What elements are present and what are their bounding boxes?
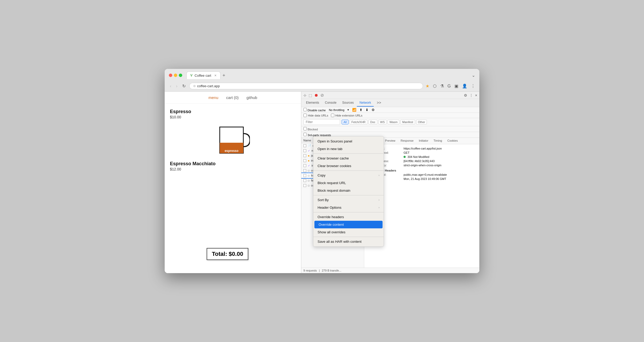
devtools-close-button[interactable]: × <box>475 93 477 97</box>
ctx-override-headers[interactable]: Override headers <box>313 213 384 221</box>
minimize-button[interactable] <box>174 74 177 77</box>
extension-icon[interactable]: ⬡ <box>433 84 437 89</box>
item-checkbox[interactable] <box>303 164 306 167</box>
new-tab-button[interactable]: + <box>223 73 226 78</box>
detail-tab-initiator[interactable]: Initiator <box>416 138 431 144</box>
item-checkbox[interactable] <box>303 184 306 187</box>
website-content: menu cart (0) github Espresso $10.00 <box>165 92 301 273</box>
item-checkbox[interactable] <box>303 169 306 172</box>
chip-wasm[interactable]: Wasm <box>388 120 399 124</box>
item-checkbox[interactable] <box>303 149 306 152</box>
title-bar: V Coffee cart × + ⌄ <box>165 69 479 81</box>
forward-button[interactable]: › <box>175 83 178 89</box>
chip-doc[interactable]: Doc <box>368 120 377 124</box>
chip-manifest[interactable]: Manifest <box>400 120 415 124</box>
nav-github-link[interactable]: github <box>246 95 257 100</box>
item-checkbox[interactable] <box>303 174 306 177</box>
hide-data-urls-checkbox[interactable]: Hide data URLs <box>303 114 328 117</box>
ctx-sort-arrow: › <box>379 198 379 201</box>
profile-icon[interactable]: 👤 <box>462 84 467 89</box>
file-icon: ✓ <box>308 164 310 167</box>
ctx-block-url[interactable]: Block request URL <box>313 179 384 187</box>
network-settings-icon[interactable]: ⚙ <box>372 108 375 112</box>
filter-input[interactable] <box>303 119 340 125</box>
file-icon: 📄 <box>308 144 311 147</box>
ctx-separator-1 <box>313 153 384 154</box>
detail-tab-cookies[interactable]: Cookies <box>445 138 460 144</box>
block-button[interactable]: ⊘ <box>320 93 324 98</box>
detail-remote-value: [64:ff9b::4b02:3c05]:443 <box>404 159 434 163</box>
item-checkbox[interactable] <box>303 179 306 182</box>
ctx-clear-cookies[interactable]: Clear browser cookies <box>313 162 384 170</box>
product1-name: Espresso <box>170 109 296 114</box>
ctx-separator-4 <box>313 212 384 212</box>
ctx-block-domain[interactable]: Block request domain <box>313 187 384 194</box>
ctx-header-arrow: › <box>379 206 379 209</box>
chip-fetch[interactable]: Fetch/XHR <box>350 120 367 124</box>
item-checkbox[interactable] <box>303 144 306 147</box>
google-icon[interactable]: G <box>448 84 451 89</box>
file-icon: ■ <box>308 154 309 157</box>
tab-elements[interactable]: Elements <box>303 99 322 107</box>
ctx-separator-3 <box>313 195 384 195</box>
device-mode-button[interactable]: ⬚ <box>309 93 312 97</box>
cache-control-value: public,max-age=0,must-revalidate <box>404 173 447 176</box>
throttle-arrow-icon[interactable]: ▾ <box>347 108 349 112</box>
ctx-open-sources[interactable]: Open in Sources panel <box>313 137 384 145</box>
ctx-header-options[interactable]: Header Options › <box>313 204 384 211</box>
record-button[interactable]: ⏺ <box>314 93 318 98</box>
detail-tab-response[interactable]: Response <box>398 138 416 144</box>
devtools-tabs: Elements Console Sources Network >> <box>301 99 479 107</box>
tab-more-button[interactable]: >> <box>374 99 384 107</box>
ctx-save-har[interactable]: Save all as HAR with content <box>313 238 384 245</box>
file-icon: ✓ <box>308 149 310 152</box>
devtools-settings-button[interactable]: ⚙ <box>464 93 467 97</box>
tab-overflow-button[interactable]: ⌄ <box>472 73 475 78</box>
ctx-show-overrides[interactable]: Show all overrides <box>313 228 384 236</box>
main-area: menu cart (0) github Espresso $10.00 <box>165 92 479 273</box>
nav-menu-link[interactable]: menu <box>208 95 218 100</box>
tab-network[interactable]: Network <box>357 99 374 107</box>
wifi-icon: 📶 <box>352 108 356 112</box>
detail-tab-timing[interactable]: Timing <box>431 138 445 144</box>
bookmark-icon[interactable]: ★ <box>426 84 429 89</box>
detail-referrer-value: strict-origin-when-cross-origin <box>404 164 441 167</box>
item-checkbox[interactable] <box>303 159 306 162</box>
flask-icon[interactable]: ⚗ <box>440 84 444 89</box>
inspect-element-button[interactable]: ⊹ <box>303 93 307 97</box>
tab-favicon-icon: V <box>190 74 192 77</box>
detail-tab-preview[interactable]: Preview <box>383 138 398 144</box>
ctx-override-content[interactable]: Override content <box>314 221 383 228</box>
file-icon: □ <box>308 184 309 187</box>
ctx-copy[interactable]: Copy › <box>313 172 384 179</box>
chip-all[interactable]: All <box>342 120 348 124</box>
network-filter-row: Disable cache No throttling ▾ 📶 ⬆ ⬇ ⚙ <box>301 107 479 113</box>
detail-method-value: GET <box>404 151 410 154</box>
browser-more-icon[interactable]: ⋮ <box>471 84 475 89</box>
item-checkbox[interactable] <box>303 154 306 157</box>
address-input[interactable]: ⊙ coffee-cart.app <box>189 83 423 89</box>
hide-ext-urls-checkbox[interactable]: Hide extension URLs <box>331 114 362 117</box>
disable-cache-checkbox[interactable]: Disable cache <box>303 108 326 112</box>
refresh-button[interactable]: ↻ <box>181 83 187 89</box>
tab-sources[interactable]: Sources <box>340 99 356 107</box>
chip-ws[interactable]: WS <box>378 120 387 124</box>
chip-other[interactable]: Other <box>416 120 427 124</box>
nav-cart-link[interactable]: cart (0) <box>226 95 239 100</box>
back-button[interactable]: ‹ <box>169 83 172 89</box>
upload-icon: ⬆ <box>359 108 362 112</box>
maximize-button[interactable] <box>179 74 182 77</box>
sidebar-icon[interactable]: ▣ <box>454 84 458 89</box>
tab-close-button[interactable]: × <box>214 73 216 78</box>
ctx-clear-cache[interactable]: Clear browser cache <box>313 155 384 162</box>
close-button[interactable] <box>169 74 172 77</box>
cup-container[interactable]: espresso <box>170 122 296 158</box>
active-tab[interactable]: V Coffee cart × <box>186 71 221 79</box>
ctx-open-new-tab[interactable]: Open in new tab <box>313 145 384 153</box>
tab-console[interactable]: Console <box>322 99 339 107</box>
ctx-separator-5 <box>313 237 384 237</box>
ctx-sort-by[interactable]: Sort By › <box>313 196 384 204</box>
devtools-more-button[interactable]: ⋮ <box>469 93 473 97</box>
file-icon: □ <box>308 174 309 177</box>
ctx-separator-2 <box>313 170 384 171</box>
